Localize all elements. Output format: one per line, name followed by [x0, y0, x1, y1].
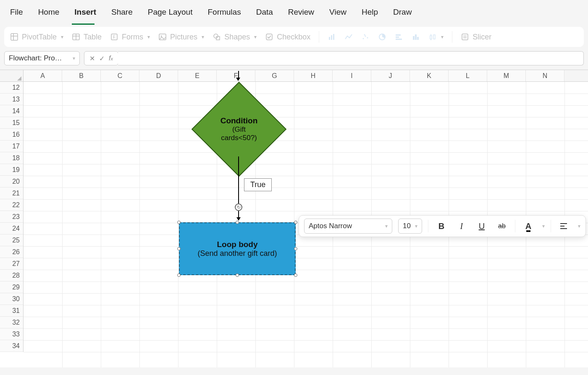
column-header-K[interactable]: K: [410, 70, 449, 81]
strikethrough-button[interactable]: ab: [495, 219, 509, 233]
column-header-L[interactable]: L: [449, 70, 487, 81]
menu-file[interactable]: File: [10, 8, 23, 17]
spreadsheet-grid[interactable]: ABCDEFGHIJKLMN 1213141516171819202122232…: [0, 70, 588, 367]
font-color-button[interactable]: A: [521, 219, 536, 233]
row-header-29[interactable]: 29: [0, 281, 23, 293]
row-header-12[interactable]: 12: [0, 82, 23, 94]
underline-button[interactable]: U: [475, 219, 489, 233]
column-header-C[interactable]: C: [101, 70, 139, 81]
resize-handle-w[interactable]: [177, 247, 181, 250]
resize-handle-nw[interactable]: [177, 221, 181, 224]
resize-handle-sw[interactable]: [177, 273, 181, 277]
rotate-handle[interactable]: ↻: [235, 203, 242, 211]
formula-bar[interactable]: [118, 51, 584, 65]
font-size-select[interactable]: 10 ▾: [398, 219, 422, 234]
resize-handle-e[interactable]: [294, 247, 297, 250]
chevron-down-icon[interactable]: ▾: [578, 223, 580, 229]
menu-data[interactable]: Data: [256, 8, 273, 17]
column-header-E[interactable]: E: [178, 70, 217, 81]
row-header-23[interactable]: 23: [0, 211, 23, 223]
row-header-15[interactable]: 15: [0, 117, 23, 129]
row-header-33[interactable]: 33: [0, 328, 23, 340]
gridline-v: [101, 82, 101, 367]
select-all-corner[interactable]: [0, 70, 24, 81]
chevron-down-icon[interactable]: ▾: [542, 223, 545, 229]
column-header-I[interactable]: I: [333, 70, 371, 81]
row-header-19[interactable]: 19: [0, 164, 23, 176]
column-header-D[interactable]: D: [139, 70, 178, 81]
row-header-24[interactable]: 24: [0, 223, 23, 234]
column-header-N[interactable]: N: [526, 70, 564, 81]
menu-page-layout[interactable]: Page Layout: [148, 8, 193, 17]
menu-help[interactable]: Help: [362, 8, 378, 17]
chart-column-button[interactable]: [328, 33, 336, 41]
name-box[interactable]: Flowchart: Pro… ▾: [4, 51, 80, 65]
chart-boxwhisker-button[interactable]: ▾: [428, 33, 444, 41]
forms-button[interactable]: F Forms ▾: [110, 33, 150, 42]
row-header-28[interactable]: 28: [0, 270, 23, 281]
row-header-27[interactable]: 27: [0, 258, 23, 270]
gridline-h: [24, 129, 588, 129]
chart-histogram-button[interactable]: [412, 33, 420, 41]
row-header-16[interactable]: 16: [0, 129, 23, 141]
row-header-25[interactable]: 25: [0, 234, 23, 246]
chart-bar-button[interactable]: [395, 33, 403, 41]
row-header-22[interactable]: 22: [0, 199, 23, 211]
resize-handle-n[interactable]: [236, 221, 239, 224]
chevron-down-icon: ▾: [254, 34, 257, 40]
table-button[interactable]: Table: [72, 33, 102, 42]
italic-button[interactable]: I: [454, 219, 469, 233]
shapes-button[interactable]: Shapes ▾: [213, 33, 257, 42]
enter-icon[interactable]: ✓: [99, 55, 105, 62]
chart-pie-button[interactable]: [378, 33, 386, 41]
menu-view[interactable]: View: [329, 8, 346, 17]
row-header-17[interactable]: 17: [0, 141, 23, 152]
menu-insert[interactable]: Insert: [74, 8, 96, 17]
resize-handle-ne[interactable]: [294, 221, 297, 224]
slicer-button[interactable]: Slicer: [461, 33, 491, 42]
row-header-14[interactable]: 14: [0, 105, 23, 117]
row-header-13[interactable]: 13: [0, 94, 23, 105]
pivottable-button[interactable]: PivotTable ▾: [10, 33, 63, 42]
align-button[interactable]: [557, 219, 571, 233]
fx-icon[interactable]: fx: [109, 55, 113, 62]
column-header-B[interactable]: B: [62, 70, 101, 81]
column-header-H[interactable]: H: [294, 70, 333, 81]
menu-formulas[interactable]: Formulas: [207, 8, 241, 17]
svg-rect-25: [415, 34, 417, 40]
checkbox-button[interactable]: Checkbox: [265, 33, 310, 42]
menu-share[interactable]: Share: [111, 8, 133, 17]
row-header-30[interactable]: 30: [0, 293, 23, 305]
bold-button[interactable]: B: [434, 219, 449, 233]
row-header-34[interactable]: 34: [0, 340, 23, 352]
toolbar-separator: [515, 220, 515, 232]
row-header-31[interactable]: 31: [0, 305, 23, 317]
gridline-h: [24, 246, 588, 247]
row-header-20[interactable]: 20: [0, 176, 23, 188]
resize-handle-se[interactable]: [294, 273, 297, 277]
pivottable-label: PivotTable: [22, 33, 57, 42]
flowchart-decision-text: Condition (Gift cards<50?): [192, 82, 286, 177]
decision-line3: cards<50?): [221, 134, 257, 142]
connector-label-text: True: [250, 180, 265, 189]
row-header-21[interactable]: 21: [0, 188, 23, 199]
row-header-18[interactable]: 18: [0, 152, 23, 164]
connector-label-true[interactable]: True: [244, 178, 272, 191]
chart-line-button[interactable]: [344, 33, 353, 41]
column-header-A[interactable]: A: [24, 70, 62, 81]
row-header-26[interactable]: 26: [0, 246, 23, 258]
menu-draw[interactable]: Draw: [393, 8, 412, 17]
column-header-J[interactable]: J: [371, 70, 410, 81]
resize-handle-s[interactable]: [236, 273, 239, 277]
flowchart-process-shape[interactable]: Loop body (Send another gift card): [179, 222, 296, 275]
font-family-select[interactable]: Aptos Narrow ▾: [304, 219, 392, 234]
menu-review[interactable]: Review: [288, 8, 314, 17]
cancel-icon[interactable]: ✕: [89, 55, 95, 62]
column-header-G[interactable]: G: [255, 70, 294, 81]
column-header-M[interactable]: M: [487, 70, 526, 81]
row-header-32[interactable]: 32: [0, 317, 23, 328]
pictures-button[interactable]: Pictures ▾: [158, 33, 204, 42]
chart-scatter-button[interactable]: [361, 33, 370, 41]
menu-home[interactable]: Home: [38, 8, 60, 17]
chart-pie-icon: [378, 33, 386, 41]
